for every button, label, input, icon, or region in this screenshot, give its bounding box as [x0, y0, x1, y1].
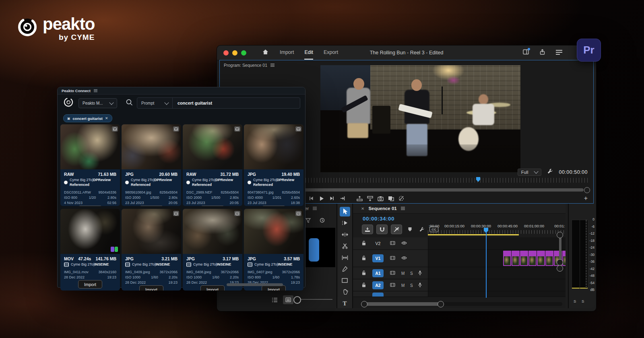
source-patch-icon[interactable] [390, 241, 395, 246]
lock-icon[interactable] [362, 240, 366, 247]
solo-button[interactable]: S [410, 271, 413, 275]
track-label-a1[interactable]: A1 [372, 269, 384, 277]
catalog-dropdown[interactable]: Peakto M... [78, 98, 117, 108]
timeline-ruler-ticks[interactable] [428, 230, 565, 234]
timeline-clip[interactable] [545, 251, 553, 266]
timeline-clip[interactable] [503, 251, 511, 266]
program-panel-tab[interactable]: Program: Sequence 01 [224, 63, 275, 68]
media-card[interactable]: JPG 19.40 MB Cyme Big 2To|DPReview Refer… [244, 124, 303, 206]
media-thumbnail[interactable] [244, 124, 303, 169]
import-button[interactable]: Import [78, 280, 102, 289]
media-card[interactable]: JPG 3.17 MB Cyme Big 2To|INSEINE IMG_040… [183, 209, 242, 291]
timeline-clip[interactable] [537, 251, 545, 266]
close-sequence-icon[interactable]: ✕ [361, 206, 364, 211]
import-button[interactable]: Import [200, 285, 225, 291]
panel-menu-icon[interactable] [94, 89, 97, 92]
step-back-icon[interactable] [306, 196, 316, 201]
rectangle-tool[interactable] [340, 276, 350, 285]
track-content-a2[interactable] [428, 279, 566, 291]
source-patch-icon[interactable] [390, 283, 395, 288]
track-label-v1[interactable]: V1 [372, 254, 384, 262]
mute-button[interactable]: M [401, 283, 405, 287]
search-field[interactable]: Prompt concert guitarist [137, 97, 300, 109]
media-thumbnail[interactable] [183, 209, 242, 254]
media-card[interactable]: RAW 71.63 MB Cyme Big 2To|DPReview Refer… [60, 124, 120, 206]
track-label-v2[interactable]: V2 [372, 239, 384, 247]
search-filter-chip[interactable]: ▣ concert guitarist ✕ [63, 114, 112, 122]
razor-tool[interactable] [340, 241, 350, 251]
current-timecode[interactable]: 00:00:34:00 [363, 216, 394, 222]
linked-selection-toggle[interactable] [391, 225, 402, 234]
track-content-v2[interactable] [428, 237, 566, 249]
slip-tool[interactable] [340, 253, 350, 262]
peakto-horizontal-scrollbar[interactable] [227, 283, 283, 286]
workspaces-icon[interactable] [523, 49, 529, 56]
media-thumbnail[interactable] [244, 209, 303, 254]
timeline-zoom-handle-left[interactable] [361, 301, 367, 307]
import-button[interactable]: Import [139, 206, 163, 206]
type-tool[interactable]: T [340, 299, 350, 309]
menu-export[interactable]: Export [324, 46, 338, 60]
search-input-value[interactable]: concert guitarist [178, 101, 212, 105]
hamburger-menu-icon[interactable] [556, 49, 562, 56]
export-frame-icon[interactable] [375, 196, 386, 201]
import-button[interactable]: Import [139, 285, 163, 291]
lock-icon[interactable] [362, 270, 366, 277]
timeline-ruler-labels[interactable]: :00:0000:00:15:0000:00:30:0000:00:45:000… [428, 224, 565, 229]
media-thumbnail[interactable] [122, 209, 181, 254]
solo-left-button[interactable]: S [574, 299, 576, 303]
panel-menu-icon[interactable] [270, 64, 275, 67]
vertical-zoom-knob-bottom[interactable] [557, 259, 563, 266]
lift-icon[interactable] [354, 196, 365, 201]
voiceover-mic-icon[interactable] [418, 282, 422, 288]
timeline-tab[interactable]: ✕ Sequence 01 [353, 204, 566, 214]
thumbnail-zoom-slider[interactable] [294, 299, 332, 300]
media-card[interactable]: RAW 31.72 MB Cyme Big 2To|DPReview Refer… [183, 124, 242, 206]
media-card[interactable]: JPG 3.57 MB Cyme Big 2To|INSEINE IMG_040… [244, 209, 303, 291]
solo-button[interactable]: S [410, 283, 413, 287]
timeline-clip[interactable] [528, 251, 537, 266]
insert-as-nest-toggle[interactable] [362, 225, 373, 234]
media-thumbnail[interactable] [60, 124, 120, 169]
button-editor-plus-icon[interactable]: + [584, 195, 588, 202]
list-view-icon[interactable] [269, 295, 280, 304]
share-icon[interactable] [539, 49, 545, 57]
recent-clock-icon[interactable] [320, 217, 325, 225]
audio-scroll-knob[interactable] [557, 265, 563, 272]
chip-remove-icon[interactable]: ✕ [105, 116, 108, 120]
media-card[interactable]: JPG 20.60 MB Cyme Big 2To|DPReview Refer… [122, 124, 181, 206]
timeline-clip[interactable] [520, 251, 528, 266]
timeline-vertical-scrollbar[interactable] [559, 234, 561, 262]
timeline-clip[interactable] [512, 251, 520, 266]
source-patch-icon[interactable] [390, 271, 395, 276]
timeline-add-marker-icon[interactable] [405, 225, 414, 234]
lock-icon[interactable] [362, 255, 366, 262]
source-patch-icon[interactable] [390, 256, 395, 261]
panel-menu-icon[interactable] [401, 207, 405, 210]
browser-media-thumbnail[interactable] [305, 228, 335, 267]
track-label-a3[interactable] [372, 293, 384, 297]
thumbnail-view-icon[interactable] [283, 295, 293, 304]
media-thumbnail[interactable] [60, 209, 120, 254]
extract-icon[interactable] [365, 196, 375, 201]
filter-funnel-icon[interactable] [305, 217, 311, 225]
zoom-window-button[interactable] [241, 50, 246, 56]
solo-right-button[interactable]: S [582, 299, 584, 303]
selection-tool[interactable] [340, 207, 350, 216]
peakto-panel-titlebar[interactable]: Peakto Connect [58, 87, 305, 95]
step-forward-icon[interactable] [327, 196, 337, 201]
pen-tool[interactable] [340, 264, 350, 274]
settings-wrench-icon[interactable] [547, 168, 553, 176]
menu-edit[interactable]: Edit [304, 46, 313, 60]
vertical-zoom-knob-top[interactable] [557, 232, 563, 238]
media-card[interactable]: MOV 47.24s 141.76 MB Cyme Big 2To|INSEIN… [60, 209, 120, 291]
timeline-settings-wrench-icon[interactable] [417, 225, 426, 234]
home-icon[interactable] [262, 49, 268, 56]
voiceover-mic-icon[interactable] [418, 270, 422, 276]
timeline-horizontal-scrollbar[interactable] [361, 302, 562, 306]
media-card[interactable]: JPG 3.21 MB Cyme Big 2To|INSEINE IMG_040… [122, 209, 181, 291]
track-content-a1[interactable] [428, 267, 566, 279]
snap-toggle[interactable] [376, 225, 388, 234]
playback-resolution-dropdown[interactable]: Full [518, 169, 542, 176]
track-select-forward-tool[interactable] [340, 218, 350, 228]
